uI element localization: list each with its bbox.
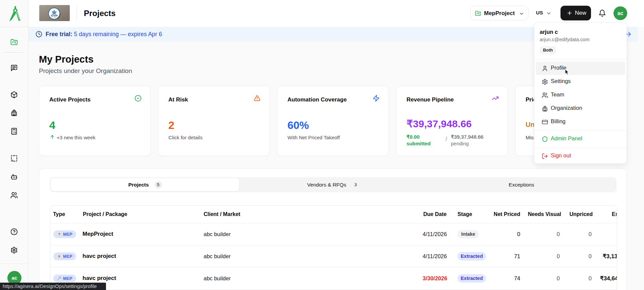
svg-text:BUILDERS: BUILDERS <box>52 17 57 18</box>
